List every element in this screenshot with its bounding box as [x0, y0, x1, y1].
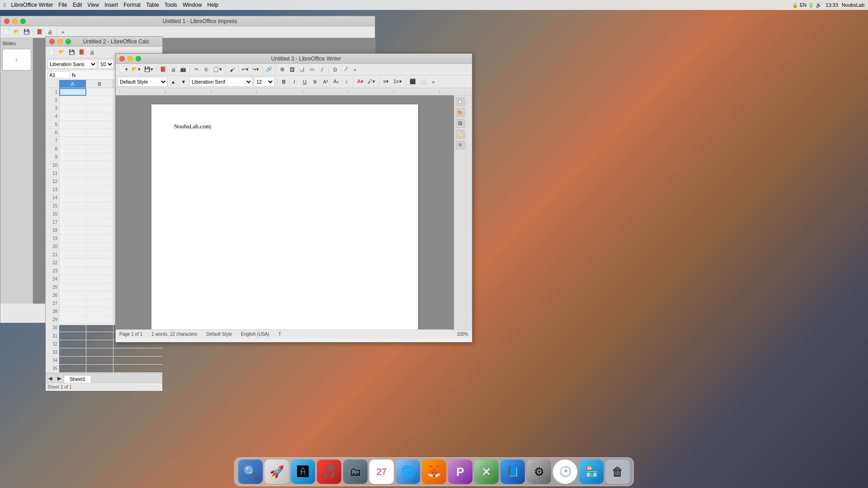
cell-a34[interactable] — [59, 357, 86, 364]
tb-highlight[interactable]: 🖊▾ — [366, 77, 377, 86]
apple-menu[interactable]:  — [4, 2, 5, 8]
cell-a13[interactable] — [59, 186, 86, 193]
calc-max-btn[interactable] — [66, 39, 71, 44]
cell-a17[interactable] — [59, 218, 86, 226]
cell-a7[interactable] — [59, 137, 86, 145]
tb-superscript[interactable]: A² — [321, 77, 330, 86]
tb-pdf[interactable]: 📕 — [159, 65, 168, 74]
cell-b2[interactable] — [86, 96, 113, 104]
col-header-b[interactable]: B — [86, 80, 113, 88]
cell-b25[interactable] — [86, 283, 113, 291]
calc-tb-pdf[interactable]: 📕 — [77, 48, 86, 57]
sidebar-functions-btn[interactable]: ⚙ — [456, 141, 465, 150]
impress-min-btn[interactable] — [12, 19, 18, 24]
tb-table[interactable]: ⊞ — [278, 65, 287, 74]
dock-music[interactable]: 🎵 — [317, 460, 341, 484]
dock-launchpad[interactable]: 🚀 — [264, 460, 289, 484]
cell-b13[interactable] — [86, 186, 113, 193]
cell-a18[interactable] — [59, 226, 86, 234]
cell-b28[interactable] — [86, 308, 113, 315]
calc-tb-open[interactable]: 📂 — [57, 48, 66, 57]
tb-more[interactable]: » — [350, 65, 359, 74]
tb-fn[interactable]: 𝑓 — [317, 65, 326, 74]
cell-b16[interactable] — [86, 210, 113, 218]
cell-a26[interactable] — [59, 291, 86, 299]
cell-b7[interactable] — [86, 137, 113, 145]
cell-b9[interactable] — [86, 153, 113, 161]
cell-a24[interactable] — [59, 275, 86, 283]
calc-min-btn[interactable] — [57, 39, 63, 44]
calc-tb-print[interactable]: 🖨 — [87, 48, 96, 57]
cell-a35[interactable] — [59, 365, 86, 372]
tb-symbols[interactable]: Ω — [330, 65, 340, 74]
menubar-file[interactable]: File — [58, 2, 67, 8]
cell-a12[interactable] — [59, 178, 86, 185]
tb-style-dn[interactable]: ▼ — [179, 77, 188, 86]
writer-page-content[interactable]: NoobsLab.com — [174, 122, 396, 131]
cell-a5[interactable] — [59, 121, 86, 128]
menubar-edit[interactable]: Edit — [73, 2, 82, 8]
cell-a21[interactable] — [59, 251, 86, 258]
tb-print[interactable]: 🖨 — [45, 28, 54, 37]
tb-italic2[interactable]: 𝑖 — [342, 77, 351, 86]
cell-a28[interactable] — [59, 308, 86, 315]
tb-font-color[interactable]: A▾ — [356, 77, 365, 86]
tb-italic[interactable]: I — [290, 77, 299, 86]
tb-open[interactable]: 📂 — [12, 28, 21, 37]
tb-open[interactable]: 📂▾ — [130, 65, 142, 74]
writer-page-area[interactable]: NoobsLab.com — [116, 95, 454, 329]
dock-finder[interactable]: 🔍 — [238, 460, 263, 484]
cell-b33[interactable] — [86, 348, 113, 356]
tb-style-up[interactable]: ▲ — [169, 77, 178, 86]
cell-a1[interactable] — [59, 88, 86, 96]
tb-strikethrough[interactable]: S — [311, 77, 320, 86]
tb-hyperlink[interactable]: 🔗 — [264, 65, 274, 74]
slide-thumb-1[interactable]: 1 — [2, 49, 31, 70]
menubar-insert[interactable]: Insert — [104, 2, 118, 8]
cell-b34[interactable] — [86, 357, 113, 364]
cell-b11[interactable] — [86, 169, 113, 177]
cell-b32[interactable] — [86, 340, 113, 348]
cell-b1[interactable] — [86, 88, 113, 96]
cell-a15[interactable] — [59, 202, 86, 210]
menubar-tools[interactable]: Tools — [165, 2, 177, 8]
tb-underline[interactable]: U — [300, 77, 309, 86]
cell-a11[interactable] — [59, 169, 86, 177]
tb-more[interactable]: » — [58, 28, 67, 37]
cell-b17[interactable] — [86, 218, 113, 226]
cell-reference[interactable] — [47, 71, 70, 79]
tb-new[interactable]: 📄 — [2, 28, 11, 37]
cell-b6[interactable] — [86, 129, 113, 136]
sidebar-properties-btn[interactable]: 📋 — [456, 97, 465, 106]
cell-a23[interactable] — [59, 267, 86, 275]
cell-a30[interactable] — [59, 324, 86, 332]
dock-clock[interactable]: 🕑 — [553, 460, 577, 484]
cell-b27[interactable] — [86, 300, 113, 307]
calc-tb-save[interactable]: 💾 — [67, 48, 76, 57]
dock-calendar[interactable]: 27 — [369, 460, 394, 484]
cell-b23[interactable] — [86, 267, 113, 275]
dock-store[interactable]: 🏪 — [579, 460, 604, 484]
menubar-table[interactable]: Table — [146, 2, 159, 8]
cell-b4[interactable] — [86, 113, 113, 120]
writer-scrollbar[interactable] — [466, 95, 472, 329]
dock-utility[interactable]: ⚙ — [527, 460, 551, 484]
tb-new[interactable]: 📄▾ — [118, 65, 129, 74]
dock-app-x[interactable]: ✕ — [474, 460, 499, 484]
cell-b14[interactable] — [86, 194, 113, 202]
cell-a27[interactable] — [59, 300, 86, 307]
tb-align-left[interactable]: ⬛ — [408, 77, 417, 86]
tb-paste[interactable]: 📋▾ — [212, 65, 223, 74]
dock-firefox[interactable]: 🦊 — [422, 460, 446, 484]
tb-redo[interactable]: ↪▾ — [251, 65, 260, 74]
cell-a20[interactable] — [59, 243, 86, 250]
cell-b29[interactable] — [86, 316, 113, 324]
tb-frame[interactable]: ▭ — [307, 65, 316, 74]
cell-a8[interactable] — [59, 145, 86, 153]
cell-a19[interactable] — [59, 235, 86, 242]
sheet-tab-1[interactable]: Sheet1 — [64, 375, 91, 383]
calc-font-select[interactable]: Liberation Sans — [47, 60, 97, 69]
col-header-a[interactable]: A — [59, 80, 86, 88]
cell-a33[interactable] — [59, 348, 86, 356]
menubar-format[interactable]: Format — [123, 2, 141, 8]
